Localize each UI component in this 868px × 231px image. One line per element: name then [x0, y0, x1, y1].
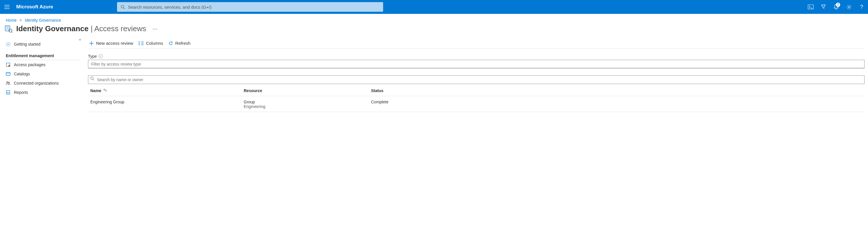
cloud-shell-icon — [808, 5, 814, 9]
search-icon — [121, 5, 125, 9]
report-icon — [6, 90, 10, 95]
main-content: New access review Columns Refresh Type i — [84, 36, 868, 112]
breadcrumb-separator: > — [20, 18, 22, 23]
more-actions-button[interactable]: ··· — [153, 26, 157, 32]
cell-resource-line2: Engineering — [244, 104, 371, 109]
svg-point-8 — [9, 29, 12, 32]
sidebar-item-label: Getting started — [14, 42, 40, 46]
filter-icon — [821, 4, 826, 9]
svg-point-21 — [91, 77, 93, 79]
cell-resource-line1: Group — [244, 100, 371, 104]
page-title-row: Identity Governance | Access reviews ··· — [0, 24, 868, 36]
svg-rect-2 — [808, 5, 814, 9]
hamburger-icon — [4, 5, 9, 9]
sidebar-item-connected-orgs[interactable]: Connected organizations — [5, 79, 84, 88]
global-search[interactable] — [117, 2, 383, 12]
global-search-input[interactable] — [128, 5, 379, 9]
breadcrumb-identity-governance[interactable]: Identity Governance — [25, 18, 61, 23]
new-access-review-button[interactable]: New access review — [89, 41, 133, 46]
refresh-icon — [168, 41, 173, 46]
page-title-sub: Access reviews — [94, 24, 146, 33]
sidebar-item-label: Connected organizations — [14, 81, 59, 85]
sidebar-item-reports[interactable]: Reports — [5, 88, 84, 97]
sidebar: « Getting started Entitlement management… — [0, 36, 84, 112]
table-header: Name Resource Status — [88, 84, 865, 96]
col-status-header[interactable]: Status — [371, 88, 862, 93]
notification-badge: 7 — [836, 3, 840, 7]
top-header: Microsoft Azure 7 ? — [0, 0, 868, 14]
svg-point-15 — [7, 82, 8, 83]
menu-toggle-button[interactable] — [0, 0, 14, 14]
type-filter-input[interactable] — [88, 60, 865, 69]
col-name-header[interactable]: Name — [90, 88, 101, 93]
svg-rect-4 — [5, 26, 10, 31]
sidebar-item-catalogs[interactable]: Catalogs — [5, 69, 84, 79]
svg-line-22 — [93, 79, 94, 80]
cell-name: Engineering Group — [90, 100, 244, 104]
btn-label: New access review — [96, 41, 133, 46]
btn-label: Refresh — [176, 41, 191, 46]
compass-icon — [6, 42, 10, 46]
settings-button[interactable] — [842, 0, 855, 14]
sidebar-item-access-packages[interactable]: Access packages — [5, 60, 84, 69]
svg-rect-13 — [6, 73, 10, 75]
page-title-main: Identity Governance — [16, 24, 89, 33]
type-label: Type — [88, 54, 97, 59]
sidebar-item-label: Access packages — [14, 62, 45, 67]
cloud-shell-button[interactable] — [804, 0, 817, 14]
package-icon — [6, 62, 10, 67]
refresh-button[interactable]: Refresh — [168, 41, 191, 46]
svg-point-16 — [8, 82, 9, 83]
name-owner-search-input[interactable] — [88, 75, 865, 84]
people-icon — [6, 81, 10, 85]
table-row[interactable]: Engineering Group Group Engineering Comp… — [88, 96, 865, 112]
breadcrumb-home[interactable]: Home — [6, 18, 17, 23]
help-button[interactable]: ? — [855, 0, 868, 14]
header-icons: 7 ? — [804, 0, 868, 14]
sidebar-item-getting-started[interactable]: Getting started — [5, 40, 84, 49]
sort-icon[interactable] — [103, 88, 107, 93]
sidebar-item-label: Reports — [14, 90, 28, 95]
sidebar-section-entitlement: Entitlement management — [5, 49, 80, 60]
gear-icon — [846, 4, 852, 10]
help-icon: ? — [860, 4, 863, 10]
catalog-icon — [6, 72, 10, 76]
columns-button[interactable]: Columns — [138, 41, 163, 46]
directories-button[interactable] — [817, 0, 830, 14]
columns-icon — [138, 41, 144, 45]
info-icon[interactable]: i — [99, 54, 103, 58]
page-title: Identity Governance | Access reviews — [16, 24, 146, 33]
search-icon — [90, 77, 94, 82]
collapse-sidebar-button[interactable]: « — [79, 37, 81, 42]
identity-governance-icon — [5, 25, 13, 33]
svg-line-9 — [11, 32, 12, 33]
plus-icon — [89, 41, 94, 46]
command-bar: New access review Columns Refresh — [88, 39, 865, 49]
svg-point-3 — [848, 6, 850, 8]
btn-label: Columns — [146, 41, 163, 46]
breadcrumb: Home > Identity Governance — [0, 14, 868, 24]
svg-point-0 — [121, 5, 124, 8]
notifications-button[interactable]: 7 — [830, 0, 842, 14]
sidebar-item-label: Catalogs — [14, 72, 30, 76]
col-resource-header[interactable]: Resource — [244, 88, 371, 93]
brand-label[interactable]: Microsoft Azure — [14, 4, 59, 10]
search-wrap — [59, 2, 804, 12]
svg-line-1 — [124, 7, 125, 9]
svg-point-12 — [8, 65, 10, 67]
cell-status: Complete — [371, 100, 862, 104]
